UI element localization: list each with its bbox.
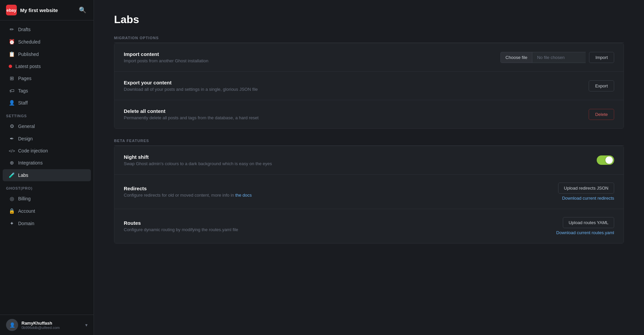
file-input-group: Choose file No file chosen [500,52,586,63]
delete-actions: Delete [589,109,614,120]
upload-routes-button[interactable]: Upload routes YAML [563,217,614,228]
redirects-title: Redirects [124,186,551,191]
code-injection-icon: </> [9,148,15,153]
sidebar-item-label: Domain [18,221,34,226]
delete-button[interactable]: Delete [589,109,614,120]
redirects-card: Redirects Configure redirects for old or… [114,175,624,209]
general-icon: ⚙ [9,123,15,129]
sidebar-item-latest-posts[interactable]: Latest posts [3,61,91,72]
main-content: Labs MIGRATION OPTIONS Import content Im… [94,0,644,335]
sidebar-item-domain[interactable]: ✦ Domain [3,217,91,229]
routes-title: Routes [124,220,549,226]
migration-cards-group: Import content Import posts from another… [114,43,624,129]
chevron-down-icon[interactable]: ▾ [85,322,88,328]
migration-section-header: MIGRATION OPTIONS [114,36,624,43]
sidebar-item-label: Billing [18,196,31,201]
delete-title: Delete all content [124,108,582,114]
staff-icon: 👤 [9,100,15,106]
search-button[interactable]: 🔍 [77,5,88,15]
sidebar-header: ebay My first website 🔍 [0,0,94,20]
import-desc: Import posts from another Ghost installa… [124,58,494,63]
sidebar-item-label: Staff [18,100,28,106]
upload-redirects-button[interactable]: Upload redirects JSON [558,183,614,194]
sidebar: ebay My first website 🔍 ✏ Drafts ⏰ Sched… [0,0,94,335]
sidebar-item-staff[interactable]: 👤 Staff [3,97,91,109]
user-info: 👤 RamyKhuffash 0b996ddb@uifeed.com [6,319,60,331]
redirects-actions: Upload redirects JSON Download current r… [558,183,614,201]
night-shift-toggle-wrap [597,155,614,165]
sidebar-item-labs[interactable]: 🧪 Labs [3,169,91,181]
export-actions: Export [589,80,614,91]
drafts-icon: ✏ [9,26,15,32]
sidebar-item-label: Code injection [18,148,48,153]
sidebar-item-label: General [18,124,35,129]
redirects-desc: Configure redirects for old or moved con… [124,193,551,198]
download-redirects-link[interactable]: Download current redirects [562,196,614,201]
sidebar-item-label: Design [18,136,33,141]
sidebar-footer: 👤 RamyKhuffash 0b996ddb@uifeed.com ▾ [0,315,94,335]
import-content-card: Import content Import posts from another… [114,43,624,72]
latest-posts-dot [9,65,12,68]
night-shift-card: Night shift Swap Ghost admin's colours t… [114,146,624,175]
redirects-docs-link[interactable]: the docs [235,193,252,198]
user-details: RamyKhuffash 0b996ddb@uifeed.com [21,321,60,330]
sidebar-item-tags[interactable]: 🏷 Tags [3,85,91,96]
site-name: My first website [20,7,58,13]
beta-cards-group: Night shift Swap Ghost admin's colours t… [114,146,624,244]
redirects-links-group: Upload redirects JSON Download current r… [558,183,614,201]
sidebar-item-label: Tags [18,88,28,93]
sidebar-item-account[interactable]: 🔒 Account [3,205,91,217]
routes-card: Routes Configure dynamic routing by modi… [114,209,624,243]
choose-file-button[interactable]: Choose file [500,52,532,63]
night-shift-toggle[interactable] [597,155,614,165]
published-icon: 📋 [9,51,15,57]
download-routes-link[interactable]: Download current routes.yaml [556,230,614,235]
routes-desc: Configure dynamic routing by modifying t… [124,227,549,232]
import-actions: Choose file No file chosen Import [500,52,614,63]
settings-section-label: SETTINGS [0,109,94,120]
sidebar-item-general[interactable]: ⚙ General [3,120,91,132]
beta-section: BETA FEATURES Night shift Swap Ghost adm… [114,139,624,244]
delete-desc: Permanently delete all posts and tags fr… [124,115,582,120]
brand: ebay My first website [6,5,58,15]
export-button[interactable]: Export [589,80,614,91]
user-name: RamyKhuffash [21,321,60,326]
design-icon: ✒ [9,136,15,142]
sidebar-item-label: Integrations [18,160,43,165]
night-shift-desc: Swap Ghost admin's colours to a dark bac… [124,161,590,166]
scheduled-icon: ⏰ [9,39,15,45]
sidebar-item-billing[interactable]: ◎ Billing [3,193,91,205]
sidebar-item-label: Scheduled [18,39,40,45]
import-button[interactable]: Import [589,52,614,63]
sidebar-item-label: Latest posts [15,64,41,69]
ghost-pro-section-label: GHOST(PRO) [0,182,94,192]
sidebar-item-code-injection[interactable]: </> Code injection [3,145,91,156]
sidebar-item-integrations[interactable]: ⊕ Integrations [3,157,91,169]
tags-icon: 🏷 [9,88,15,93]
sidebar-item-label: Published [18,52,39,57]
sidebar-item-design[interactable]: ✒ Design [3,133,91,145]
import-title: Import content [124,51,494,57]
user-email: 0b996ddb@uifeed.com [21,326,60,330]
delete-content-card: Delete all content Permanently delete al… [114,100,624,128]
sidebar-item-pages[interactable]: ⊞ Pages [3,72,91,84]
integrations-icon: ⊕ [9,160,15,166]
billing-icon: ◎ [9,196,15,202]
pages-icon: ⊞ [9,75,15,81]
sidebar-item-scheduled[interactable]: ⏰ Scheduled [3,36,91,48]
sidebar-item-published[interactable]: 📋 Published [3,48,91,60]
avatar: 👤 [6,319,18,331]
routes-links-group: Upload routes YAML Download current rout… [556,217,614,235]
page-title: Labs [114,13,624,26]
labs-icon: 🧪 [9,172,15,178]
export-content-card: Export your content Download all of your… [114,72,624,100]
file-name-label: No file chosen [532,52,586,63]
sidebar-item-drafts[interactable]: ✏ Drafts [3,23,91,36]
domain-icon: ✦ [9,220,15,226]
search-icon: 🔍 [79,7,86,13]
sidebar-item-label: Drafts [18,27,31,32]
sidebar-item-label: Account [18,208,35,214]
brand-logo: ebay [6,5,17,15]
account-icon: 🔒 [9,208,15,214]
sidebar-nav: ✏ Drafts ⏰ Scheduled 📋 Published Latest … [0,20,94,315]
